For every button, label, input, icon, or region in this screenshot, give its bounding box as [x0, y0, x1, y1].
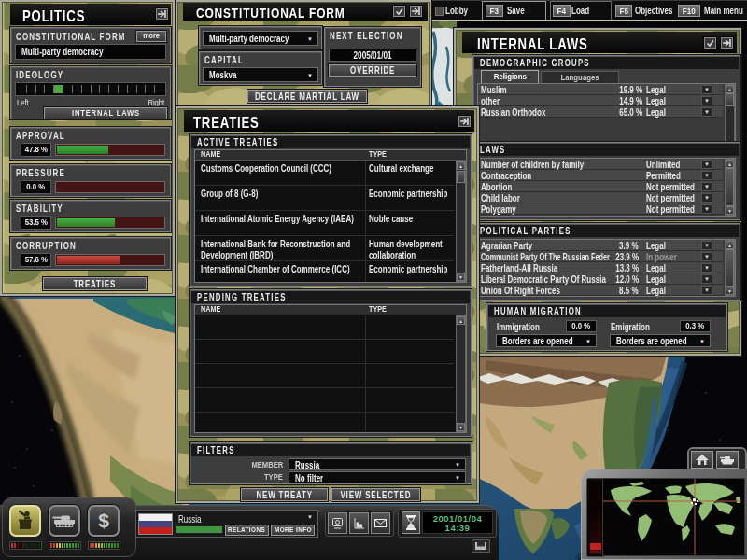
svg-text:$: $ [98, 510, 109, 531]
